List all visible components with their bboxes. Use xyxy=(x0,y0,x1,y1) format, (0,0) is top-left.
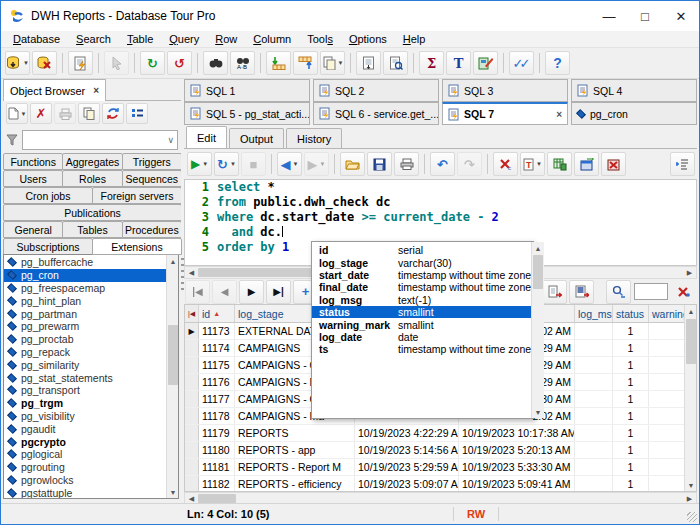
extension-item[interactable]: pgstattuple xyxy=(4,486,166,498)
connect-database-button[interactable]: ▼ xyxy=(5,51,30,75)
category-tab-users[interactable]: Users xyxy=(3,170,63,187)
report-designer-button[interactable] xyxy=(473,51,498,75)
menu-item-database[interactable]: Database xyxy=(5,32,68,46)
extension-item[interactable]: pg_partman xyxy=(4,307,166,320)
menu-item-search[interactable]: Search xyxy=(68,32,119,46)
text-options-button[interactable]: T ▼ xyxy=(520,152,545,176)
editor-tab-history[interactable]: History xyxy=(286,128,342,148)
autocomplete-item-log_stage[interactable]: log_stagevarchar(30) xyxy=(312,256,531,268)
refresh-objects-button[interactable] xyxy=(102,103,124,124)
autocomplete-item-log_date[interactable]: log_datedate xyxy=(312,331,531,343)
sql-tab-sql-7[interactable]: SQL 7× xyxy=(442,102,568,125)
extension-item[interactable]: pgcrypto xyxy=(4,435,166,448)
last-record-button[interactable]: ▶| xyxy=(266,280,291,304)
grid-header-log_msg[interactable]: log_msg xyxy=(575,305,613,322)
clear-sql-button[interactable]: c xyxy=(493,152,518,176)
sql-tab-sql-5-pg-stat-acti-[interactable]: SQL 5 - pg_stat_acti... xyxy=(184,102,310,125)
menu-item-table[interactable]: Table xyxy=(119,32,161,46)
quick-filter-input[interactable] xyxy=(634,283,668,300)
execute-script-button[interactable] xyxy=(68,51,93,75)
grid-row[interactable]: 11180REPORTS - app10/19/2023 5:14:56 AM1… xyxy=(185,442,684,459)
category-tab-publications[interactable]: Publications xyxy=(3,204,182,221)
maximize-button[interactable]: □ xyxy=(627,1,663,31)
autocomplete-item-warning_mark[interactable]: warning_marksmallint xyxy=(312,318,531,330)
autocomplete-scrollbar[interactable]: ▲ ▼ xyxy=(531,242,544,418)
save-file-button[interactable] xyxy=(367,152,392,176)
extension-item[interactable]: pg_proctab xyxy=(4,333,166,346)
extension-item[interactable]: pg_buffercache xyxy=(4,256,166,269)
close-window-button[interactable] xyxy=(601,152,626,176)
object-filter-combobox[interactable]: ∨ xyxy=(22,130,178,150)
grid-row[interactable]: 11181REPORTS - Report M10/19/2023 5:29:5… xyxy=(185,459,684,476)
grid-header-id[interactable]: id▲ xyxy=(199,305,235,322)
extension-item[interactable]: pg_trgm xyxy=(4,397,166,410)
autocomplete-item-final_date[interactable]: final_datetimestamp without time zone xyxy=(312,281,531,293)
print-preview-button[interactable] xyxy=(383,51,408,75)
grid-header-status[interactable]: status xyxy=(613,305,649,322)
editor-tab-edit[interactable]: Edit xyxy=(186,126,227,148)
nav-back-button[interactable]: ◀▼ xyxy=(277,152,302,176)
redo-button[interactable]: ↷ xyxy=(457,152,482,176)
extension-item[interactable]: pglogical xyxy=(4,448,166,461)
sql-tab-sql-2[interactable]: SQL 2 xyxy=(313,79,439,102)
new-window-button[interactable] xyxy=(574,152,599,176)
grid-row[interactable]: 11182REPORTS - efficiency10/19/2023 5:09… xyxy=(185,476,684,491)
category-tab-functions[interactable]: Functions xyxy=(3,153,63,170)
locate-record-button[interactable] xyxy=(606,280,631,304)
menu-item-help[interactable]: Help xyxy=(395,32,434,46)
export-grid-button[interactable] xyxy=(542,280,567,304)
aggregate-sigma-button[interactable]: Σ xyxy=(419,51,444,75)
report-grid-button[interactable] xyxy=(569,280,594,304)
grid-row[interactable]: 11179REPORTS10/19/2023 4:22:29 AM10/19/2… xyxy=(185,425,684,442)
editor-tab-output[interactable]: Output xyxy=(229,128,284,148)
category-tab-subscriptions[interactable]: Subscriptions xyxy=(3,238,93,255)
resize-grip[interactable] xyxy=(687,512,697,522)
category-tab-procedures[interactable]: Procedures xyxy=(122,221,182,238)
extension-item[interactable]: pg_similarity xyxy=(4,358,166,371)
grid-header-marker[interactable]: |◀ xyxy=(185,305,199,322)
object-options-button[interactable] xyxy=(126,103,148,124)
autocomplete-item-log_msg[interactable]: log_msgtext(-1) xyxy=(312,294,531,306)
menu-item-row[interactable]: Row xyxy=(207,32,245,46)
find-button[interactable] xyxy=(203,51,228,75)
sql-tab-sql-4[interactable]: SQL 4 xyxy=(571,79,697,102)
copy-special-button[interactable]: ▼ xyxy=(320,51,345,75)
nav-forward-button[interactable]: ▶▼ xyxy=(304,152,329,176)
stop-button[interactable]: ■ xyxy=(241,152,266,176)
menu-item-query[interactable]: Query xyxy=(161,32,207,46)
sql-tab-sql-3[interactable]: SQL 3 xyxy=(442,79,568,102)
close-tab-icon[interactable]: × xyxy=(556,109,562,120)
extension-item[interactable]: pg_cron xyxy=(4,269,166,282)
import-data-button[interactable] xyxy=(266,51,291,75)
autocomplete-item-id[interactable]: idserial xyxy=(312,244,531,256)
undo-button[interactable]: ↶ xyxy=(430,152,455,176)
replace-button[interactable]: A·B xyxy=(230,51,255,75)
close-button[interactable]: ✕ xyxy=(663,1,699,31)
extensions-scrollbar[interactable]: ▲ ▼ xyxy=(166,255,178,498)
extension-item[interactable]: pg_freespacemap xyxy=(4,282,166,295)
run-query-button[interactable]: ▶▼ xyxy=(187,152,212,176)
category-tab-foreign-servers[interactable]: Foreign servers xyxy=(92,187,182,204)
copy-object-button[interactable] xyxy=(78,103,100,124)
show-structure-button[interactable] xyxy=(547,152,572,176)
category-tab-triggers[interactable]: Triggers xyxy=(122,153,182,170)
extension-item[interactable]: pgrowlocks xyxy=(4,474,166,487)
print-data-button[interactable] xyxy=(356,51,381,75)
category-tab-roles[interactable]: Roles xyxy=(62,170,122,187)
validate-sql-button[interactable]: ✓✓ xyxy=(509,51,534,75)
sql-tab-sql-1[interactable]: SQL 1 xyxy=(184,79,310,102)
extension-item[interactable]: pg_stat_statements xyxy=(4,371,166,384)
menu-item-tools[interactable]: Tools xyxy=(299,32,341,46)
grid-vscrollbar[interactable]: ▲ ▼ xyxy=(684,305,696,491)
toggle-gutter-button[interactable] xyxy=(670,152,695,176)
undo-query-button[interactable]: ↺ xyxy=(167,51,192,75)
cancel-filter-button[interactable] xyxy=(671,280,696,304)
extension-item[interactable]: pg_transport xyxy=(4,384,166,397)
menu-item-options[interactable]: Options xyxy=(341,32,395,46)
extension-item[interactable]: pgaudit xyxy=(4,422,166,435)
goto-pointer-button[interactable] xyxy=(104,51,129,75)
extension-item[interactable]: pg_visibility xyxy=(4,410,166,423)
help-button[interactable]: ? xyxy=(545,51,570,75)
minimize-button[interactable]: — xyxy=(591,1,627,31)
sql-tab-sql-6-service-get-[interactable]: SQL 6 - service.get_... xyxy=(313,102,439,125)
